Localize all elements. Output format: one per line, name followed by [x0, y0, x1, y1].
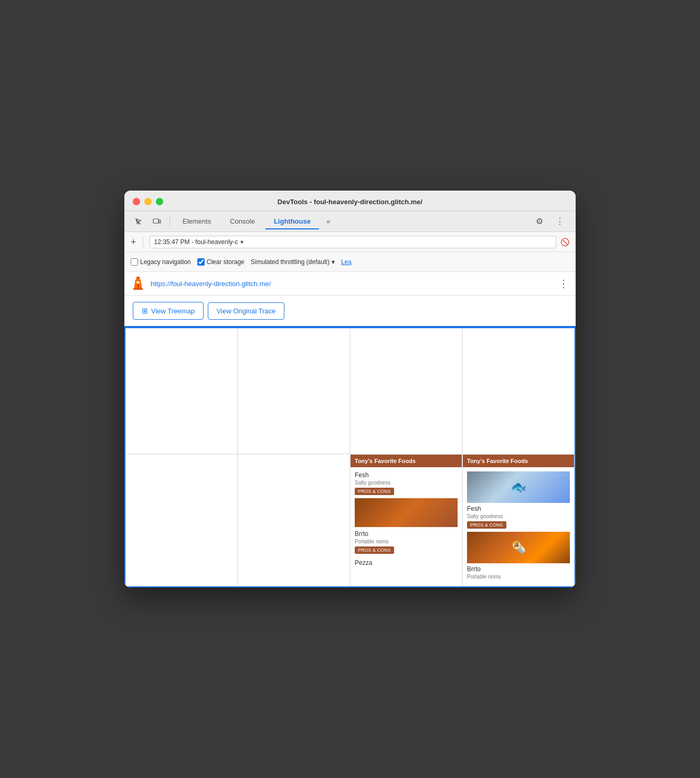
device-toggle-btn[interactable] [149, 215, 165, 228]
device-icon [153, 218, 161, 225]
food-card-2-fesh-btn[interactable]: PROS & CONS [467, 521, 506, 529]
svg-rect-2 [136, 277, 140, 279]
svg-rect-1 [159, 220, 161, 223]
food-card-2-brrto-name: Brrto [467, 565, 570, 573]
close-button[interactable] [133, 198, 140, 205]
maximize-button[interactable] [156, 198, 163, 205]
legacy-nav-checkbox-wrapper[interactable]: Legacy navigation [131, 258, 191, 266]
food-card-2-body: 🐟 Fesh Salty goodness PROS & CONS 🌯 Brrt… [463, 467, 574, 586]
site-url: https://foul-heavenly-direction.glitch.m… [151, 280, 553, 288]
grid-row-2: Tony's Favorite Foods Fesh Salty goodnes… [125, 454, 575, 586]
cursor-icon-btn[interactable] [131, 215, 146, 228]
legacy-nav-checkbox[interactable] [131, 258, 138, 266]
url-kebab-menu[interactable]: ⋮ [558, 277, 569, 290]
no-entry-icon: 🚫 [560, 238, 569, 246]
grid-cell-2-4: Tony's Favorite Foods 🐟 Fesh Salty goodn… [462, 454, 575, 586]
svg-rect-5 [133, 288, 143, 290]
url-dropdown-icon[interactable]: ▾ [240, 238, 243, 246]
grid-cell-1-1 [125, 328, 238, 454]
more-options-button[interactable]: ⋮ [550, 213, 569, 229]
food-card-2: Tony's Favorite Foods 🐟 Fesh Salty goodn… [463, 455, 574, 586]
food-card-1-body: Fesh Salty goodness PROS & CONS Brrto Po… [351, 467, 462, 572]
clear-storage-checkbox[interactable] [197, 258, 205, 266]
food-card-2-fesh-name: Fesh [467, 505, 570, 512]
third-bar: Legacy navigation Clear storage Simulate… [124, 252, 576, 272]
title-bar: DevTools - foul-heavenly-direction.glitc… [124, 191, 576, 211]
url-row: https://foul-heavenly-direction.glitch.m… [124, 272, 576, 296]
tab-more-button[interactable]: » [321, 214, 335, 228]
food-card-2-burrito-image: 🌯 [467, 532, 570, 563]
lighthouse-svg [132, 277, 144, 290]
food-card-2-brrto-desc: Portable noms [467, 574, 570, 580]
grid-cell-1-4 [462, 328, 575, 454]
food-item-fesh-btn[interactable]: PROS & CONS [355, 488, 394, 495]
url-bar[interactable]: 12:35:47 PM - foul-heavenly-c ▾ [150, 236, 556, 248]
window-title: DevTools - foul-heavenly-direction.glitc… [278, 198, 422, 206]
food-item-brrto-btn[interactable]: PROS & CONS [355, 546, 394, 554]
food-card-2-fish-image: 🐟 [467, 471, 570, 503]
settings-button[interactable]: ⚙ [531, 213, 548, 229]
second-bar: + 12:35:47 PM - foul-heavenly-c ▾ 🚫 [124, 232, 576, 252]
view-trace-label: View Original Trace [217, 307, 275, 315]
svg-rect-0 [153, 219, 158, 223]
window-controls [133, 198, 163, 205]
legacy-nav-label: Legacy navigation [140, 258, 191, 266]
food-item-pezza-name: Pezza [355, 559, 458, 566]
minimize-button[interactable] [144, 198, 152, 205]
tab-elements[interactable]: Elements [174, 213, 219, 229]
grid-cell-1-3 [350, 328, 462, 454]
svg-rect-6 [136, 281, 140, 283]
throttle-arrow-icon: ▾ [332, 258, 335, 266]
clear-storage-checkbox-wrapper[interactable]: Clear storage [197, 258, 245, 266]
food-card-1: Tony's Favorite Foods Fesh Salty goodnes… [351, 455, 462, 572]
tab-console[interactable]: Console [221, 213, 263, 229]
grid-cell-2-3: Tony's Favorite Foods Fesh Salty goodnes… [350, 454, 462, 586]
food-item-brrto-name: Brrto [355, 530, 458, 538]
tab-divider [169, 216, 170, 227]
tab-lighthouse[interactable]: Lighthouse [266, 213, 319, 229]
food-item-fesh-desc: Salty goodness [355, 480, 458, 486]
food-item-fesh-name: Fesh [355, 471, 458, 479]
add-button[interactable]: + [131, 237, 136, 247]
grid-cell-1-2 [238, 328, 350, 454]
throttle-dropdown[interactable]: Simulated throttling (default) ▾ [251, 258, 335, 266]
grid-cell-2-1 [125, 454, 238, 586]
view-treemap-button[interactable]: ⊞ View Treemap [133, 302, 204, 320]
throttle-label: Simulated throttling (default) [251, 258, 330, 266]
grid-row-1 [125, 328, 575, 454]
action-bar: ⊞ View Treemap View Original Trace [124, 296, 576, 327]
cursor-icon [135, 218, 142, 225]
clear-storage-label: Clear storage [207, 258, 245, 266]
view-original-trace-button[interactable]: View Original Trace [208, 302, 284, 320]
food-card-2-header: Tony's Favorite Foods [463, 455, 574, 467]
view-treemap-label: View Treemap [151, 307, 195, 315]
treemap-icon: ⊞ [142, 307, 148, 315]
food-item-brrto-desc: Portable noms [355, 539, 458, 544]
learn-link[interactable]: Lea [341, 258, 352, 266]
svg-rect-3 [136, 279, 140, 280]
food-card-2-fesh-desc: Salty goodness [467, 513, 570, 519]
tab-bar: Elements Console Lighthouse » ⚙ ⋮ [124, 211, 576, 232]
content-area: Tony's Favorite Foods Fesh Salty goodnes… [124, 327, 576, 587]
lighthouse-icon [131, 276, 145, 291]
food-card-1-header: Tony's Favorite Foods [351, 455, 462, 467]
food-item-fesh-image [355, 498, 458, 527]
devtools-window: DevTools - foul-heavenly-direction.glitc… [124, 191, 576, 587]
url-bar-text: 12:35:47 PM - foul-heavenly-c [154, 238, 238, 246]
second-bar-divider [143, 237, 143, 247]
grid-cell-2-2 [238, 454, 350, 586]
